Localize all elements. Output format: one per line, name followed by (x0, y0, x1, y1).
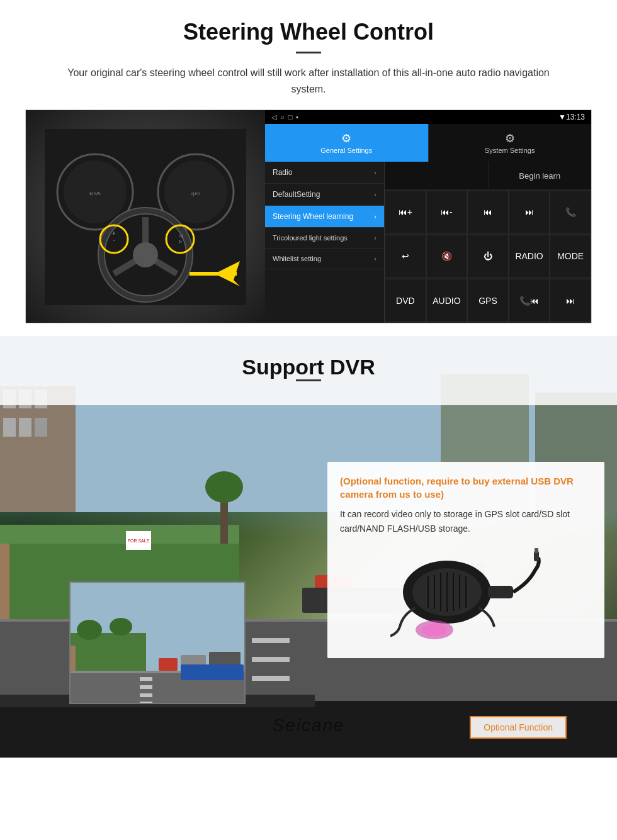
tab-general-label: General Settings (320, 147, 372, 154)
menu-item-whitelist[interactable]: Whitelist setting › (265, 249, 384, 269)
gear-icon: ⚙ (341, 132, 351, 145)
svg-rect-44 (0, 525, 239, 544)
svg-rect-63 (71, 633, 146, 671)
controls-panel: Begin learn ⏮+ ⏮- ⏮ ⏭ 📞 ↩ 🔇 ⏻ (385, 162, 591, 323)
mode-btn[interactable]: MODE (550, 235, 591, 278)
title-divider (296, 52, 321, 53)
dvd-btn[interactable]: DVD (385, 279, 426, 322)
thumbnail-svg (71, 583, 246, 704)
svg-point-65 (110, 618, 132, 636)
mute-btn[interactable]: 🔇 (426, 235, 468, 278)
statusbar-nav: ◁ ○ □ ▪ (271, 113, 298, 121)
whitelist-label: Whitelist setting (273, 255, 321, 262)
seicane-watermark: Seicane (272, 715, 344, 736)
menu-item-radio[interactable]: Radio › (265, 162, 384, 184)
power-btn[interactable]: ⏻ (467, 235, 509, 278)
steering-wheel-svg: km/h rpm + - ◁ ▷ (45, 129, 246, 305)
tab-system[interactable]: ⚙ System Settings (428, 124, 592, 162)
tricoloured-label: Tricoloured light settings (273, 234, 348, 242)
begin-learn-button[interactable]: Begin learn (489, 162, 592, 189)
defaultsetting-label: DefaultSetting (273, 190, 320, 199)
svg-rect-49 (0, 544, 9, 619)
svg-text:rpm: rpm (191, 191, 200, 196)
svg-rect-55 (140, 677, 152, 681)
svg-rect-78 (535, 548, 538, 553)
dvr-title: Support DVR (0, 355, 617, 379)
next-btn[interactable]: ⏭ (509, 190, 550, 233)
tab-general[interactable]: ⚙ General Settings (265, 124, 428, 162)
dvr-title-area: Support DVR (0, 336, 617, 405)
svg-rect-57 (140, 693, 152, 697)
svg-point-64 (77, 620, 102, 640)
dvr-thumbnail (69, 581, 246, 704)
optional-function-button[interactable]: Optional Function (470, 716, 567, 739)
call-prev-btn[interactable]: 📞⏮ (509, 279, 550, 322)
android-panel: ◁ ○ □ ▪ ▼ 13:13 ⚙ General Settings ⚙ Sys… (265, 110, 591, 323)
svg-rect-56 (140, 685, 152, 689)
empty-area (385, 162, 489, 189)
svg-rect-66 (71, 646, 76, 671)
svg-rect-33 (252, 638, 290, 643)
chevron-icon-2: › (374, 191, 376, 198)
chevron-icon: › (374, 169, 376, 176)
steering-photo: km/h rpm + - ◁ ▷ (26, 110, 265, 323)
svg-text:km/h: km/h (89, 191, 100, 196)
vol-plus-btn[interactable]: ⏮+ (385, 190, 426, 233)
dvr-camera-svg (390, 545, 541, 639)
control-row-1: ⏮+ ⏮- ⏮ ⏭ 📞 (385, 190, 591, 234)
chevron-icon-5: › (374, 255, 376, 262)
system-icon: ⚙ (505, 132, 515, 145)
menu-icon: ▪ (296, 113, 298, 121)
menu-item-tricoloured[interactable]: Tricoloured light settings › (265, 228, 384, 249)
control-row-2: ↩ 🔇 ⏻ RADIO MODE (385, 235, 591, 279)
svg-text:FOR SALE: FOR SALE (128, 539, 150, 543)
steering-description: Your original car's steering wheel contr… (50, 65, 567, 97)
svg-rect-27 (19, 418, 31, 437)
tab-system-label: System Settings (485, 147, 535, 154)
menu-item-defaultsetting[interactable]: DefaultSetting › (265, 184, 384, 206)
home-icon: ○ (280, 113, 285, 121)
svg-point-80 (422, 624, 447, 636)
dvr-section: FOR SALE (0, 336, 617, 758)
dvr-camera-container (390, 545, 541, 639)
chevron-icon-4: › (374, 234, 376, 242)
svg-rect-35 (252, 676, 290, 681)
dvr-divider (296, 379, 321, 381)
dvr-optional-title: (Optional function, require to buy exter… (340, 474, 592, 501)
menu-item-steering-wheel[interactable]: Steering Wheel learning › (265, 206, 384, 228)
menu-controls-area: Radio › DefaultSetting › Steering Wheel … (265, 162, 591, 323)
svg-rect-28 (35, 418, 47, 437)
call-btn[interactable]: 📞 (550, 190, 591, 233)
svg-rect-62 (181, 664, 244, 680)
svg-point-46 (205, 471, 243, 503)
steering-section: Steering Wheel Control Your original car… (0, 0, 617, 336)
back-icon: ◁ (271, 113, 276, 121)
signal-icon: ▼ (558, 113, 566, 121)
settings-tabs: ⚙ General Settings ⚙ System Settings (265, 124, 591, 162)
status-time: 13:13 (566, 113, 585, 121)
dvr-info-card: (Optional function, require to buy exter… (327, 462, 604, 658)
audio-btn[interactable]: AUDIO (426, 279, 468, 322)
vol-minus-btn[interactable]: ⏮- (426, 190, 468, 233)
radio-label: Radio (273, 168, 292, 177)
recent-icon: □ (288, 113, 293, 121)
svg-rect-26 (3, 418, 16, 437)
svg-point-12 (133, 242, 158, 267)
prev-btn[interactable]: ⏮ (467, 190, 509, 233)
dvr-description: It can record video only to storage in G… (340, 507, 592, 535)
svg-rect-58 (140, 702, 152, 704)
svg-rect-76 (488, 586, 513, 598)
hangup-btn[interactable]: ↩ (385, 235, 426, 278)
settings-menu: Radio › DefaultSetting › Steering Wheel … (265, 162, 385, 323)
steering-demo: km/h rpm + - ◁ ▷ (25, 109, 592, 323)
begin-learn-row: Begin learn (385, 162, 591, 190)
gps-btn[interactable]: GPS (467, 279, 509, 322)
svg-rect-59 (159, 658, 178, 671)
control-row-3: DVD AUDIO GPS 📞⏮ ⏭ (385, 279, 591, 323)
chevron-icon-3: › (374, 213, 376, 220)
radio-ctrl-btn[interactable]: RADIO (509, 235, 550, 278)
steering-title: Steering Wheel Control (25, 19, 592, 45)
svg-text:+: + (112, 230, 115, 237)
svg-rect-34 (252, 657, 290, 662)
next2-btn[interactable]: ⏭ (550, 279, 591, 322)
